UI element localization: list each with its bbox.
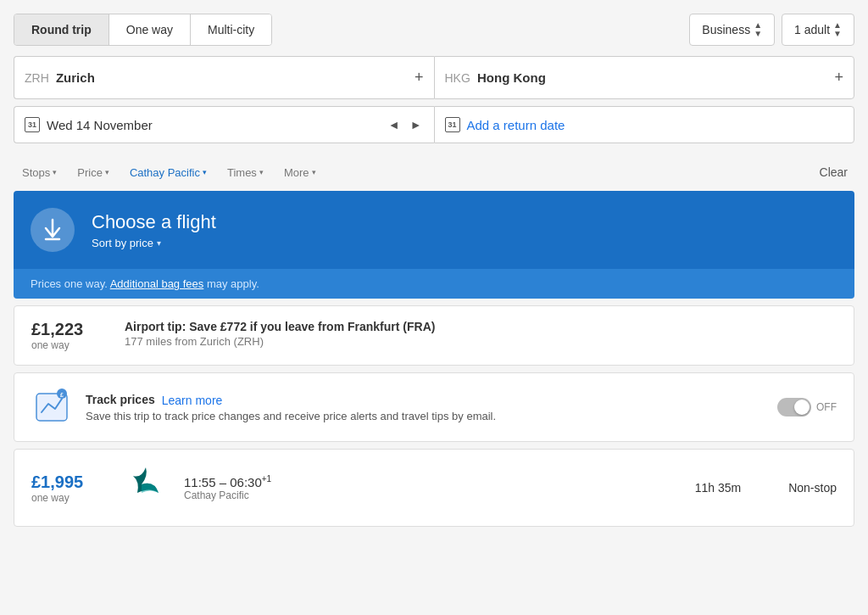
tip-price: £1,223 one way: [31, 320, 108, 351]
top-bar: Round trip One way Multi-city Business ▲…: [14, 14, 854, 46]
depart-date-input[interactable]: 31 Wed 14 November ◄ ►: [14, 106, 434, 143]
stops-text: Non-stop: [788, 481, 837, 495]
download-arrow-icon: [41, 218, 64, 242]
times-label: Times: [227, 166, 257, 179]
date-next-button[interactable]: ►: [409, 118, 424, 131]
price-label: Price: [77, 166, 103, 179]
date-nav: ◄ ►: [387, 118, 424, 131]
tip-info: Airport tip: Save £772 if you leave from…: [125, 320, 435, 348]
sort-row[interactable]: Sort by price ▾: [92, 237, 216, 249]
track-prices-card: £ Track prices Learn more Save this trip…: [14, 372, 854, 442]
flight-banner: Choose a flight Sort by price ▾: [14, 191, 854, 269]
track-icon-wrap: £: [31, 387, 72, 428]
price-note-strip: Prices one way. Additional bag fees may …: [14, 269, 854, 299]
stops-chevron: ▾: [53, 168, 57, 176]
destination-plus-icon[interactable]: +: [834, 69, 843, 87]
flight-airline: Cathay Pacific: [184, 489, 667, 501]
trip-type-group: Round trip One way Multi-city: [14, 14, 272, 46]
return-calendar-icon: 31: [445, 117, 460, 132]
trip-type-round[interactable]: Round trip: [14, 14, 109, 45]
bag-fees-link[interactable]: Additional bag fees: [110, 277, 204, 290]
airline-filter[interactable]: Cathay Pacific ▾: [121, 161, 215, 184]
tip-title-text: Airport tip:: [125, 320, 186, 333]
tip-amount: £1,223: [31, 320, 108, 339]
depart-date-text: Wed 14 November: [47, 118, 153, 132]
track-title: Track prices: [86, 393, 155, 406]
trip-type-multicity[interactable]: Multi-city: [191, 14, 271, 45]
sort-chevron: ▾: [157, 238, 161, 248]
origin-code: ZRH: [25, 71, 49, 85]
track-text: Track prices Learn more Save this trip t…: [86, 393, 764, 422]
passengers-select[interactable]: 1 adult ▲▼: [782, 14, 854, 46]
svg-text:£: £: [60, 392, 64, 398]
sort-label: Sort by price: [92, 237, 153, 249]
learn-more-link[interactable]: Learn more: [162, 394, 223, 407]
stops-label: Stops: [22, 166, 50, 179]
airline-logo: [125, 463, 167, 512]
tip-body-text: Save £772 if you leave from Frankfurt (F…: [189, 320, 435, 333]
flight-result-card[interactable]: £1,995 one way 11:55 – 06:30+1 Cathay Pa…: [14, 449, 854, 527]
origin-city: Zurich: [56, 70, 95, 85]
more-filter[interactable]: More ▾: [275, 161, 325, 184]
down-arrow-circle: [31, 208, 75, 252]
filters-row: Stops ▾ Price ▾ Cathay Pacific ▾ Times ▾…: [14, 154, 854, 191]
destination-code: HKG: [445, 71, 470, 85]
date-prev-button[interactable]: ◄: [387, 118, 402, 131]
passengers-arrows: ▲▼: [833, 21, 842, 38]
more-label: More: [284, 166, 309, 179]
banner-title: Choose a flight: [92, 211, 216, 233]
duration-text: 11h 35m: [695, 481, 741, 495]
flight-duration: 11h 35m: [684, 481, 752, 495]
route-row: ZRH Zurich + HKG Hong Kong +: [14, 56, 854, 99]
airport-tip-card: £1,223 one way Airport tip: Save £772 if…: [14, 305, 854, 366]
flight-time-range: 11:55 – 06:30+1: [184, 474, 667, 489]
add-return-link[interactable]: Add a return date: [467, 118, 565, 132]
flight-price-label: one way: [31, 492, 108, 504]
price-note-suffix: may apply.: [207, 277, 259, 290]
day-offset: +1: [262, 474, 271, 484]
flight-amount: £1,995: [31, 472, 108, 492]
airline-chevron: ▾: [203, 168, 207, 176]
cathay-pacific-logo: [125, 463, 167, 510]
price-chevron: ▾: [105, 168, 109, 176]
destination-input[interactable]: HKG Hong Kong +: [434, 56, 855, 99]
toggle-thumb: [794, 400, 810, 415]
trip-type-oneway[interactable]: One way: [109, 14, 191, 45]
track-toggle[interactable]: [777, 398, 811, 417]
origin-input[interactable]: ZRH Zurich +: [14, 56, 434, 99]
clear-button[interactable]: Clear: [813, 160, 854, 184]
class-select[interactable]: Business ▲▼: [689, 14, 775, 46]
banner-text: Choose a flight Sort by price ▾: [92, 211, 216, 249]
tip-subtitle: 177 miles from Zurich (ZRH): [125, 335, 435, 348]
track-description: Save this trip to track price changes an…: [86, 410, 764, 422]
tip-title: Airport tip: Save £772 if you leave from…: [125, 320, 435, 333]
flight-price: £1,995 one way: [31, 472, 108, 504]
calendar-icon: 31: [25, 117, 40, 132]
price-note-text: Prices one way.: [31, 277, 108, 290]
date-row: 31 Wed 14 November ◄ ► 31 Add a return d…: [14, 106, 854, 143]
origin-plus-icon[interactable]: +: [415, 69, 424, 87]
times-filter[interactable]: Times ▾: [219, 161, 272, 184]
tip-price-label: one way: [31, 339, 108, 351]
destination-city: Hong Kong: [477, 70, 546, 85]
flight-times: 11:55 – 06:30+1 Cathay Pacific: [184, 474, 667, 501]
price-filter[interactable]: Price ▾: [69, 161, 118, 184]
class-label: Business: [702, 23, 750, 36]
times-chevron: ▾: [259, 168, 264, 176]
track-prices-icon: £: [31, 387, 72, 428]
class-arrows: ▲▼: [754, 21, 762, 38]
time-range-text: 11:55 – 06:30: [184, 475, 262, 489]
toggle-off-label: OFF: [816, 401, 837, 413]
passengers-label: 1 adult: [794, 23, 830, 36]
toggle-wrap[interactable]: OFF: [777, 398, 837, 417]
stops-filter[interactable]: Stops ▾: [14, 161, 65, 184]
more-chevron: ▾: [312, 168, 316, 176]
airline-label: Cathay Pacific: [130, 166, 200, 179]
return-date-input[interactable]: 31 Add a return date: [434, 106, 855, 143]
flight-stops: Non-stop: [769, 481, 837, 495]
right-controls: Business ▲▼ 1 adult ▲▼: [689, 14, 854, 46]
